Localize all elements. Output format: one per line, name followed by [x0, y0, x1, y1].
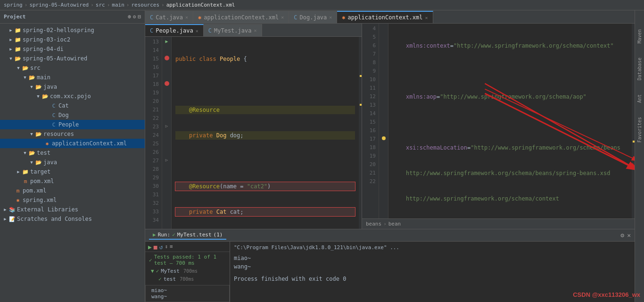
- sidebar-item-spring02[interactable]: ▶ 📁 spring-02-hellospring: [0, 25, 145, 35]
- pom-icon: m: [14, 188, 22, 194]
- sidebar-header-icons: ⊕ ⚙ ⊟: [128, 14, 141, 20]
- sidebar-item-label: pom.xml: [30, 178, 54, 185]
- sidebar-item-src[interactable]: ▼ 📂 src: [0, 63, 145, 73]
- sidebar-item-label: pom.xml: [23, 187, 47, 194]
- folder-icon: 📁: [22, 169, 29, 175]
- close-icon[interactable]: ✕: [329, 15, 332, 20]
- run-item-time: 700ms: [183, 268, 198, 274]
- sidebar-item-spring04[interactable]: ▶ 📁 spring-04-di: [0, 44, 145, 54]
- vertical-label-maven[interactable]: Maven: [637, 29, 642, 43]
- sidebar-item-pom-outer[interactable]: m pom.xml: [0, 186, 145, 195]
- chevron-right-icon: ▶: [2, 207, 8, 212]
- breadcrumb-main[interactable]: main: [112, 2, 124, 8]
- run-tab[interactable]: ▶ Run: ✓ MyTest.test (1): [149, 231, 226, 240]
- sidebar-icon-collapse[interactable]: ⊟: [138, 14, 141, 20]
- tab-people[interactable]: C People.java ✕: [145, 24, 204, 36]
- tab-appcontext2[interactable]: ✱ applicationContext.xml ✕: [337, 11, 433, 23]
- close-icon[interactable]: ✕: [185, 15, 188, 20]
- chevron-down-icon: ▼: [15, 66, 22, 70]
- vertical-labels: Maven Database Ant Favorites: [635, 10, 644, 302]
- left-code-editor[interactable]: 13141516 17181920 21222324 25262728 2930…: [145, 37, 362, 229]
- run-tab-label: Run:: [158, 232, 171, 238]
- run-icon: ▶: [153, 232, 156, 238]
- breadcrumb-resources[interactable]: resources: [131, 2, 159, 8]
- sidebar-item-resources[interactable]: ▼ 📂 resources: [0, 129, 145, 139]
- close-icon[interactable]: ✕: [254, 28, 256, 33]
- chevron-right-icon: ▶: [15, 169, 22, 174]
- output-wang: wang~: [234, 262, 631, 271]
- run-tree-sidebar: ▶ ■ ↺ ↕ ≡ ✓ Tests passed: 1 of 1 test – …: [145, 242, 230, 302]
- output-line-1: miao~: [151, 287, 223, 294]
- sidebar-item-external[interactable]: ▶ 📚 External Libraries: [0, 205, 145, 214]
- chevron-right-icon: ▶: [8, 37, 14, 42]
- sidebar-item-cat[interactable]: C Cat: [0, 101, 145, 110]
- xml-code-content[interactable]: xmlns:context="http://www.springframewor…: [388, 24, 632, 218]
- sidebar-item-scratches[interactable]: ▶ 📝 Scratches and Consoles: [0, 214, 145, 224]
- sort-icon[interactable]: ↕: [165, 243, 168, 251]
- editors-container: C People.java ✕ C MyTest.java ✕ 13141516…: [145, 24, 635, 229]
- code-content-people[interactable]: public class People { @Resource private …: [172, 37, 359, 229]
- folder-icon: 📂: [22, 65, 29, 71]
- chevron-down-icon: ▼: [28, 84, 35, 89]
- tab-dog[interactable]: C Dog.java ✕: [289, 11, 337, 23]
- sidebar-item-test[interactable]: ▼ 📂 test: [0, 148, 145, 158]
- sidebar-item-label: spring-04-di: [23, 46, 64, 52]
- java-icon: C: [50, 103, 58, 109]
- sidebar-item-spring03[interactable]: ▶ 📁 spring-03-ioc2: [0, 35, 145, 44]
- rerun-icon[interactable]: ↺: [159, 243, 163, 251]
- xml-line-numbers: 4567 891011 12131415 16171819 202122: [362, 24, 379, 218]
- expand-icon: ▼: [151, 268, 154, 274]
- xml-icon: ✱: [43, 141, 51, 147]
- close-icon[interactable]: ✕: [425, 15, 428, 20]
- sidebar-item-people[interactable]: C People: [0, 120, 145, 129]
- chevron-right-icon: ▶: [2, 217, 8, 221]
- chevron-down-icon: ▼: [8, 56, 14, 61]
- sidebar-item-main[interactable]: ▼ 📂 main: [0, 73, 145, 82]
- tab-label: applicationContext.xml: [204, 14, 279, 21]
- output-miao: miao~: [234, 254, 631, 262]
- filter-icon[interactable]: ≡: [170, 243, 173, 251]
- chevron-down-icon: ▼: [22, 151, 28, 155]
- vertical-label-favorites[interactable]: Favorites: [637, 117, 642, 143]
- sidebar-item-target[interactable]: ▶ 📁 target: [0, 167, 145, 176]
- bottom-tabs: ▶ Run: ✓ MyTest.test (1) ⚙ ✕: [145, 229, 635, 242]
- sidebar-item-java[interactable]: ▼ 📂 java: [0, 82, 145, 92]
- play-icon[interactable]: ▶: [148, 243, 152, 251]
- right-code-editor[interactable]: 4567 891011 12131415 16171819 202122: [362, 24, 635, 218]
- stop-icon[interactable]: ■: [154, 243, 157, 251]
- run-item-test[interactable]: ✓ test 700ms: [145, 275, 230, 283]
- close-icon[interactable]: ✕: [196, 28, 198, 34]
- sidebar-item-pojo[interactable]: ▼ 📂 com.xxc.pojo: [0, 92, 145, 101]
- project-sidebar: Project ⊕ ⚙ ⊟ ▶ 📁 spring-02-hellospring …: [0, 10, 145, 302]
- tab-appcontext1[interactable]: ✱ applicationContext.xml ✕: [193, 11, 289, 23]
- sidebar-item-spring05[interactable]: ▼ 📂 spring-05-Autowired: [0, 54, 145, 63]
- sidebar-item-spring-xml[interactable]: ✱ spring.xml: [0, 195, 145, 205]
- run-item-mytest[interactable]: ▼ ✓ MyTest 700ms: [145, 267, 230, 275]
- close-icon[interactable]: ✕: [281, 15, 284, 20]
- check-icon: ✓: [158, 276, 162, 282]
- vertical-label-ant[interactable]: Ant: [637, 94, 642, 103]
- sidebar-icon-settings[interactable]: ⚙: [133, 14, 136, 20]
- sidebar-item-test-java[interactable]: ▼ 📂 java: [0, 158, 145, 167]
- breadcrumb-src[interactable]: src: [96, 2, 105, 8]
- chevron-down-icon: ▼: [22, 75, 28, 80]
- vertical-label-database[interactable]: Database: [637, 58, 642, 80]
- breadcrumb-spring[interactable]: spring: [4, 2, 23, 8]
- tab-cat[interactable]: C Cat.java ✕: [145, 11, 193, 23]
- folder-icon: 📂: [14, 56, 22, 62]
- test-instance-num: (1): [214, 232, 223, 238]
- folder-icon: 📂: [35, 84, 42, 90]
- tab-mytest[interactable]: C MyTest.java ✕: [204, 24, 262, 36]
- sidebar-item-pom-inner[interactable]: m pom.xml: [0, 176, 145, 186]
- sidebar-item-label: applicationContext.xml: [52, 140, 127, 147]
- sidebar-item-appcontext[interactable]: ✱ applicationContext.xml: [0, 139, 145, 148]
- folder-icon: 📁: [14, 27, 22, 34]
- java-icon: C: [50, 112, 58, 118]
- folder-icon: 📂: [28, 75, 36, 81]
- sidebar-item-dog[interactable]: C Dog: [0, 110, 145, 120]
- chevron-down-icon: ▼: [28, 160, 35, 165]
- breadcrumb-project[interactable]: spring-05-Autowired: [29, 2, 89, 8]
- close-bottom-icon[interactable]: ✕: [627, 232, 631, 239]
- sidebar-icon-plus[interactable]: ⊕: [128, 14, 131, 20]
- settings-icon[interactable]: ⚙: [620, 232, 624, 239]
